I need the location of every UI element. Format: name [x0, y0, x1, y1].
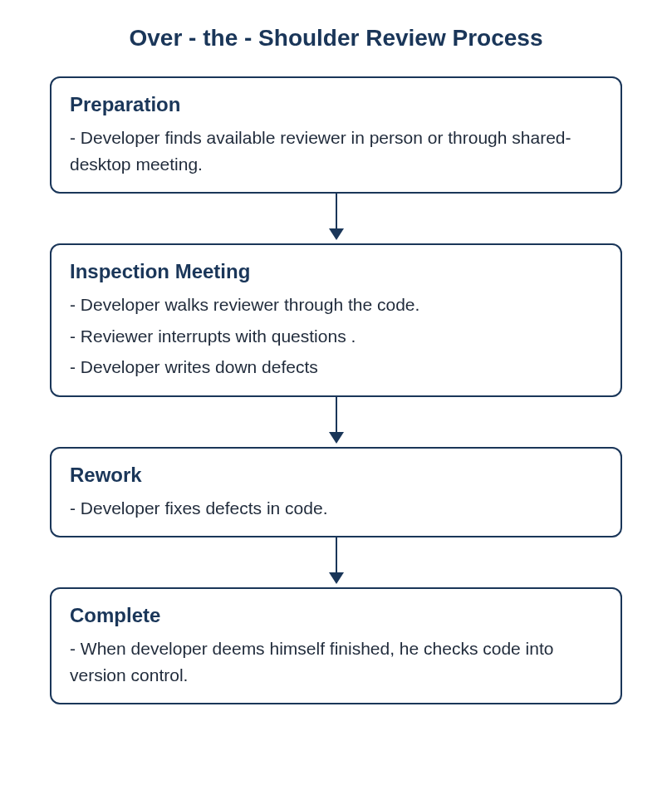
step-item: - Developer finds available reviewer in …	[70, 125, 602, 177]
arrow-down-icon	[329, 194, 344, 243]
step-preparation: Preparation - Developer finds available …	[50, 76, 622, 194]
step-title: Rework	[70, 464, 602, 487]
step-items: - Developer fixes defects in code.	[70, 495, 602, 522]
diagram-title: Over - the - Shoulder Review Process	[50, 25, 622, 52]
step-items: - Developer finds available reviewer in …	[70, 125, 602, 177]
step-rework: Rework - Developer fixes defects in code…	[50, 447, 622, 538]
step-item: - When developer deems himself finished,…	[70, 636, 602, 688]
step-items: - Developer walks reviewer through the c…	[70, 292, 602, 380]
step-title: Inspection Meeting	[70, 260, 602, 283]
step-item: - Developer fixes defects in code.	[70, 495, 602, 522]
step-title: Complete	[70, 604, 602, 627]
arrow-down-icon	[329, 397, 344, 447]
step-item: - Developer walks reviewer through the c…	[70, 292, 602, 318]
step-item: - Reviewer interrupts with questions .	[70, 323, 602, 350]
step-items: - When developer deems himself finished,…	[70, 636, 602, 688]
step-inspection-meeting: Inspection Meeting - Developer walks rev…	[50, 243, 622, 397]
flowchart: Preparation - Developer finds available …	[50, 76, 622, 704]
step-item: - Developer writes down defects	[70, 354, 602, 380]
arrow-down-icon	[329, 537, 344, 587]
step-complete: Complete - When developer deems himself …	[50, 587, 622, 704]
step-title: Preparation	[70, 93, 602, 116]
